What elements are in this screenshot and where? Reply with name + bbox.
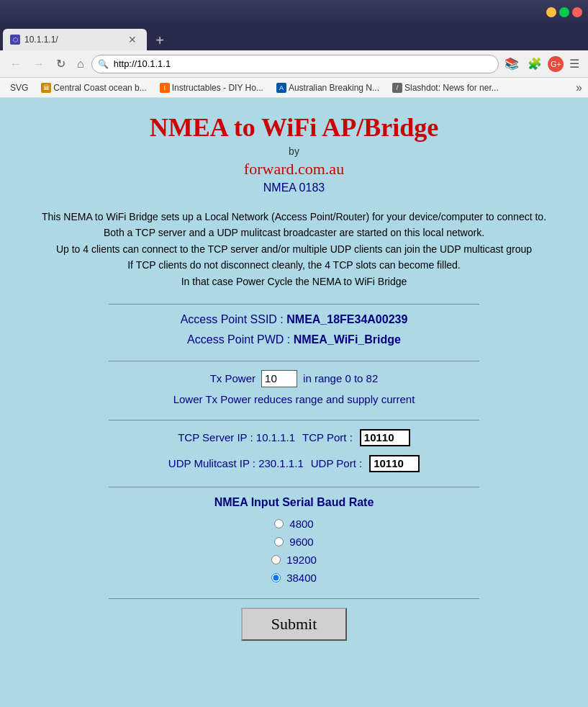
tx-power-row: Tx Power in range 0 to 82: [29, 370, 559, 387]
bookmark-svg[interactable]: SVG: [6, 81, 32, 94]
bookmark-label: Australian Breaking N...: [289, 83, 379, 93]
baud-radio-9600[interactable]: [274, 537, 284, 546]
address-bar[interactable]: 🔍: [91, 55, 499, 73]
bookmark-instructables[interactable]: I Instructables - DIY Ho...: [155, 81, 268, 94]
ssid-value: NMEA_18FE34A00239: [286, 313, 407, 325]
bookmark-label: Slashdot: News for ner...: [404, 83, 499, 93]
page-content: NMEA to WiFi AP/Bridge by forward.com.au…: [0, 98, 588, 707]
window-controls: [546, 7, 582, 17]
minimize-button[interactable]: [546, 7, 556, 17]
bookmarks-bar: SVG 🏛 Central Coast ocean b... I Instruc…: [0, 78, 588, 98]
new-tab-button[interactable]: +: [150, 30, 170, 50]
nmea-version: NMEA 0183: [29, 181, 559, 194]
bookmark-australian[interactable]: A Australian Breaking N...: [272, 81, 384, 94]
tab-close-button[interactable]: ✕: [125, 32, 140, 47]
ssid-line: Access Point SSID : NMEA_18FE34A00239: [29, 313, 559, 326]
bookmark-central-coast[interactable]: 🏛 Central Coast ocean b...: [37, 81, 150, 94]
tab-bar: ⬡ 10.1.1.1/ ✕ +: [0, 24, 588, 50]
baud-option-19200: 19200: [29, 554, 559, 566]
divider-3: [109, 420, 480, 420]
description: This NEMA to WiFi Bridge sets up a Local…: [29, 209, 559, 289]
bookmark-icon: 🏛: [41, 83, 51, 93]
tab-title: 10.1.1.1/: [24, 35, 121, 45]
bookmark-label: Instructables - DIY Ho...: [172, 83, 263, 93]
navigation-bar: ← → ↻ ⌂ 🔍 📚 🧩 G+ ☰: [0, 50, 588, 78]
forward-button[interactable]: →: [29, 55, 49, 73]
baud-label-19200: 19200: [286, 554, 317, 566]
back-button[interactable]: ←: [6, 55, 26, 73]
baud-title: NMEA Input Serial Baud Rate: [29, 496, 559, 509]
address-input[interactable]: [114, 58, 491, 69]
reload-button[interactable]: ↻: [52, 54, 70, 73]
search-icon: 🔍: [98, 59, 109, 69]
tcp-server-label: TCP Server IP : 10.1.1.1: [178, 431, 295, 443]
bookmark-icon: A: [276, 83, 286, 93]
baud-option-4800: 4800: [29, 518, 559, 530]
menu-button[interactable]: ☰: [566, 54, 582, 73]
baud-label-38400: 38400: [286, 572, 317, 584]
lower-tx-text: Lower Tx Power reduces range and supply …: [29, 393, 559, 405]
window-chrome: ⬡ 10.1.1.1/ ✕ + ← → ↻ ⌂ 🔍 📚 🧩 G+ ☰ SVG 🏛…: [0, 0, 588, 98]
baud-radio-19200[interactable]: [271, 555, 281, 564]
bookmark-icon: I: [160, 83, 170, 93]
tcp-port-label: TCP Port :: [302, 431, 353, 443]
bookmark-label: SVG: [10, 83, 28, 93]
title-bar: [0, 0, 588, 24]
baud-radio-38400[interactable]: [271, 573, 281, 582]
extensions-button[interactable]: 🧩: [525, 54, 545, 73]
profile-button[interactable]: G+: [548, 56, 564, 72]
bookmark-icon: /: [392, 83, 402, 93]
bookmarks-overflow[interactable]: »: [576, 81, 582, 94]
bookmarks-button[interactable]: 📚: [502, 54, 522, 73]
close-button[interactable]: [572, 7, 582, 17]
udp-multicast-label: UDP Mulitcast IP : 230.1.1.1: [168, 457, 304, 469]
tab-favicon: ⬡: [10, 35, 20, 45]
divider-5: [109, 598, 480, 599]
by-text: by: [29, 145, 559, 157]
pwd-value: NMEA_WiFi_Bridge: [294, 333, 401, 346]
divider-1: [109, 304, 480, 305]
tx-power-label: Tx Power: [210, 372, 255, 384]
udp-port-input[interactable]: [369, 455, 420, 472]
tcp-port-input[interactable]: [360, 429, 410, 446]
browser-tab-active[interactable]: ⬡ 10.1.1.1/ ✕: [3, 29, 147, 50]
udp-row: UDP Mulitcast IP : 230.1.1.1 UDP Port :: [29, 455, 559, 472]
divider-2: [109, 361, 480, 361]
tcp-server-row: TCP Server IP : 10.1.1.1 TCP Port :: [29, 429, 559, 446]
baud-section: NMEA Input Serial Baud Rate 4800 9600 19…: [29, 496, 559, 584]
tx-power-input[interactable]: [261, 370, 297, 387]
home-button[interactable]: ⌂: [73, 55, 89, 73]
tx-range: in range 0 to 82: [303, 372, 378, 384]
baud-label-4800: 4800: [289, 518, 313, 530]
divider-4: [109, 487, 480, 487]
baud-option-9600: 9600: [29, 536, 559, 548]
nav-icons: 📚 🧩 G+ ☰: [502, 54, 582, 73]
submit-button[interactable]: Submit: [241, 608, 348, 641]
baud-option-38400: 38400: [29, 572, 559, 584]
maximize-button[interactable]: [559, 7, 569, 17]
page-title: NMEA to WiFi AP/Bridge: [29, 112, 559, 143]
pwd-line: Access Point PWD : NMEA_WiFi_Bridge: [29, 333, 559, 346]
website-link: forward.com.au: [29, 160, 559, 179]
baud-label-9600: 9600: [289, 536, 313, 548]
baud-radio-4800[interactable]: [274, 519, 284, 528]
bookmark-slashdot[interactable]: / Slashdot: News for ner...: [388, 81, 503, 94]
bookmark-label: Central Coast ocean b...: [53, 83, 146, 93]
udp-port-label: UDP Port :: [311, 457, 362, 469]
